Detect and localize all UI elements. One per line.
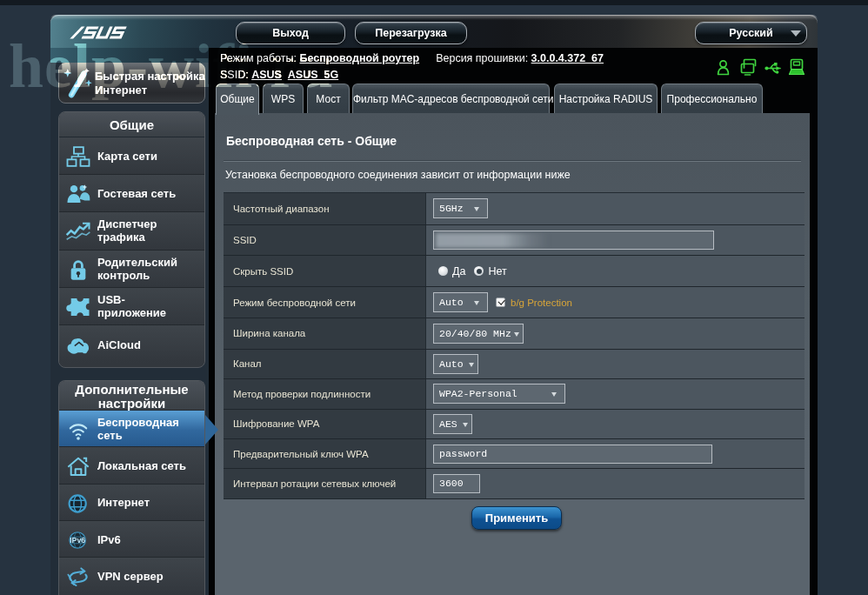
svg-text:IPv6: IPv6 xyxy=(70,536,85,545)
